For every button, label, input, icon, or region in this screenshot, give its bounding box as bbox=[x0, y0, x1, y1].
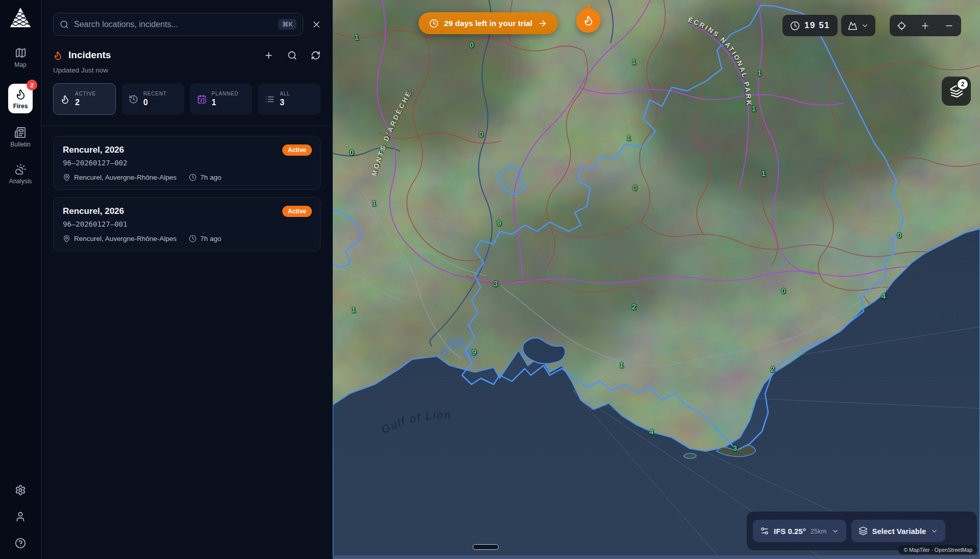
filter-label: RECENT bbox=[143, 91, 167, 96]
locate-icon bbox=[897, 21, 906, 31]
incident-filters: ACTIVE 2 RECENT 0 PLANNED 1 ALL 3 bbox=[53, 83, 321, 115]
user-icon[interactable] bbox=[15, 511, 26, 522]
incident-card[interactable]: Rencurel, 2026 96–20260127–002 Rencurel,… bbox=[53, 136, 321, 190]
variable-selector[interactable]: Select Variable bbox=[851, 520, 946, 542]
nav-label: Bulletin bbox=[10, 141, 30, 148]
close-icon[interactable] bbox=[311, 19, 322, 30]
map-cluster-marker[interactable]: 9 bbox=[497, 218, 501, 227]
map-cluster-marker[interactable]: 0 bbox=[350, 148, 354, 157]
map-cluster-marker[interactable]: 1 bbox=[757, 68, 762, 77]
trial-banner[interactable]: 29 days left in your trial bbox=[419, 12, 558, 34]
clock-icon bbox=[429, 19, 438, 28]
tab-active[interactable]: ACTIVE 2 bbox=[53, 83, 116, 115]
map-cluster-marker[interactable]: 3 bbox=[494, 279, 498, 288]
map-cluster-marker[interactable]: 0 bbox=[479, 130, 483, 138]
incident-id: 96–20260127–001 bbox=[63, 220, 311, 228]
chevron-down-icon bbox=[831, 527, 839, 535]
time-value: 19 51 bbox=[804, 20, 830, 31]
incident-title: Rencurel, 2026 bbox=[63, 145, 311, 155]
mountain-icon bbox=[848, 21, 857, 31]
map-cluster-marker[interactable]: 2 bbox=[771, 364, 775, 373]
search-box[interactable]: ⌘K bbox=[53, 13, 303, 36]
incident-location: Rencurel, Auvergne-Rhône-Alpes bbox=[74, 174, 177, 181]
layers-badge: 2 bbox=[958, 79, 968, 89]
search-incidents-icon[interactable] bbox=[287, 51, 297, 60]
map-cluster-marker[interactable]: 1 bbox=[372, 199, 376, 207]
tab-recent[interactable]: RECENT 0 bbox=[121, 83, 184, 115]
history-icon bbox=[129, 94, 138, 104]
drag-handle[interactable] bbox=[473, 544, 499, 550]
map-canvas[interactable]: MONTS D'ARDÈCHE ÉCRINS NATIONAL PARK Gul… bbox=[333, 0, 980, 559]
flame-icon bbox=[15, 88, 27, 100]
incidents-flame-icon bbox=[53, 51, 63, 60]
refresh-icon[interactable] bbox=[311, 51, 321, 60]
map-cluster-marker[interactable]: 1 bbox=[627, 133, 631, 142]
list-icon bbox=[265, 94, 275, 104]
chevron-down-icon bbox=[930, 527, 938, 535]
incident-card[interactable]: Rencurel, 2026 96–20260127–001 Rencurel,… bbox=[53, 197, 321, 251]
nav-rail: Map 2 Fires Bulletin Analysis bbox=[0, 0, 41, 559]
map-attribution[interactable]: © MapTiler · OpenStreetMap bbox=[898, 545, 977, 554]
locate-button[interactable] bbox=[893, 17, 910, 34]
app-logo[interactable] bbox=[9, 6, 32, 30]
sidebar-item-fires[interactable]: 2 Fires bbox=[8, 84, 33, 113]
status-badge: Active bbox=[282, 206, 312, 217]
settings-icon[interactable] bbox=[15, 484, 26, 496]
model-name: IFS 0.25° bbox=[774, 527, 806, 536]
layers-button[interactable]: 2 bbox=[942, 77, 971, 106]
layers-icon bbox=[859, 526, 868, 536]
clock-icon bbox=[189, 235, 197, 242]
updated-status: Updated Just now bbox=[53, 66, 321, 74]
zoom-in-button[interactable] bbox=[917, 17, 934, 34]
sidebar-item-map[interactable]: Map bbox=[14, 47, 26, 68]
page-title: Incidents bbox=[68, 50, 111, 61]
sidebar-item-analysis[interactable]: Analysis bbox=[9, 163, 32, 185]
help-icon[interactable] bbox=[15, 538, 26, 549]
tab-all[interactable]: ALL 3 bbox=[258, 83, 321, 115]
map-style-selector[interactable] bbox=[841, 15, 875, 36]
model-selector[interactable]: IFS 0.25° 25km bbox=[753, 520, 846, 542]
map-cluster-marker[interactable]: 1 bbox=[355, 33, 359, 41]
map-cluster-marker[interactable]: 1 bbox=[632, 57, 636, 66]
incident-id: 96–20260127–002 bbox=[63, 159, 311, 167]
map-cluster-marker[interactable]: 9 bbox=[472, 348, 476, 356]
calendar-clock-icon bbox=[197, 94, 207, 104]
rail-bottom bbox=[15, 484, 26, 549]
incident-time: 7h ago bbox=[200, 235, 221, 242]
filter-count: 2 bbox=[75, 98, 96, 107]
sidebar-item-bulletin[interactable]: Bulletin bbox=[10, 127, 30, 148]
minus-icon bbox=[944, 21, 954, 31]
map-cluster-marker[interactable]: 3 bbox=[733, 444, 737, 452]
map-edge-strip bbox=[333, 555, 980, 559]
map-cluster-marker[interactable]: 2 bbox=[632, 302, 636, 311]
map-cluster-marker[interactable]: 1 bbox=[620, 360, 624, 369]
time-widget[interactable]: 19 51 bbox=[782, 15, 838, 36]
map-pin-icon bbox=[63, 174, 70, 181]
map-cluster-marker[interactable]: 0 bbox=[633, 183, 637, 192]
map-cluster-marker[interactable]: 1 bbox=[752, 104, 756, 113]
map-cluster-marker[interactable]: 1 bbox=[762, 169, 766, 178]
map-cluster-marker[interactable]: 1 bbox=[352, 305, 356, 314]
incident-time: 7h ago bbox=[200, 174, 221, 181]
flame-icon bbox=[60, 94, 70, 104]
incident-list: Rencurel, 2026 96–20260127–002 Rencurel,… bbox=[41, 126, 332, 261]
fires-badge: 2 bbox=[27, 80, 37, 90]
zoom-out-button[interactable] bbox=[941, 17, 958, 34]
search-icon bbox=[60, 20, 69, 29]
add-incident-icon[interactable] bbox=[264, 51, 274, 60]
nav-label: Fires bbox=[13, 103, 28, 110]
tab-planned[interactable]: PLANNED 1 bbox=[190, 83, 253, 115]
map-cluster-marker[interactable]: 0 bbox=[781, 286, 786, 295]
map-cluster-marker[interactable]: 0 bbox=[470, 40, 474, 49]
trial-text: 29 days left in your trial bbox=[444, 19, 532, 28]
map-cluster-marker[interactable]: 0 bbox=[897, 231, 901, 239]
map-cluster-marker[interactable]: 4 bbox=[881, 291, 886, 300]
incidents-panel: ⌘K Incidents Updated Just now ACTIVE 2 R… bbox=[41, 0, 333, 559]
search-input[interactable] bbox=[74, 20, 273, 29]
fab-dot bbox=[587, 5, 591, 8]
status-badge: Active bbox=[282, 144, 312, 156]
map-cluster-marker[interactable]: 4 bbox=[649, 427, 653, 436]
chevron-down-icon bbox=[861, 22, 869, 30]
filter-label: PLANNED bbox=[212, 91, 239, 96]
clock-icon bbox=[790, 21, 800, 31]
